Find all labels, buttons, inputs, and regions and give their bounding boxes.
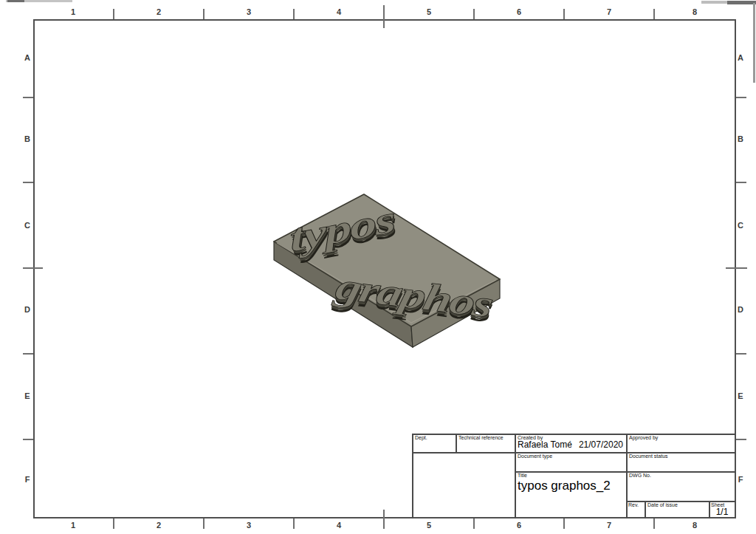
- grid-row-label-right: A: [732, 53, 749, 63]
- top-right-artifact-dark: [727, 1, 756, 4]
- grid-tick-bottom: [473, 518, 475, 529]
- titleblock-vline: [412, 434, 413, 518]
- grid-col-label-bottom: 6: [511, 521, 527, 530]
- grid-tick-top: [563, 9, 565, 19]
- grid-tick-left: [23, 267, 43, 269]
- grid-col-label-top: 6: [511, 7, 527, 17]
- grid-tick-bottom: [113, 518, 114, 529]
- grid-row-label-left: A: [19, 53, 35, 63]
- date-of-issue-label: Date of issue: [647, 502, 678, 508]
- grid-row-label-right: D: [732, 305, 749, 315]
- grid-row-label-left: D: [19, 305, 35, 315]
- grid-col-label-bottom: 4: [331, 521, 347, 530]
- grid-tick-right: [726, 267, 747, 269]
- grid-tick-left: [23, 97, 33, 98]
- document-type-label: Document type: [518, 453, 552, 459]
- grid-tick-top: [203, 9, 205, 19]
- grid-tick-bottom: [203, 518, 205, 529]
- grid-col-label-bottom: 1: [65, 521, 81, 530]
- created-by-date: 21/07/2020: [579, 439, 623, 450]
- grid-col-label-bottom: 5: [421, 521, 437, 530]
- grid-col-label-top: 2: [151, 7, 167, 17]
- created-by-value: Rafaela Tomé 21/07/2020: [518, 439, 623, 450]
- grid-row-label-right: E: [732, 391, 749, 401]
- grid-tick-top: [653, 9, 655, 19]
- grid-tick-bottom: [653, 518, 655, 529]
- grid-col-label-bottom: 7: [601, 521, 617, 530]
- rev-label: Rev.: [628, 502, 639, 508]
- created-by-name: Rafaela Tomé: [518, 439, 572, 450]
- grid-tick-bottom: [293, 518, 295, 529]
- title-value: typos graphos_2: [518, 479, 611, 493]
- title-label: Title: [518, 473, 527, 479]
- grid-col-label-bottom: 2: [151, 521, 167, 530]
- grid-row-label-left: E: [19, 391, 35, 401]
- titleblock-vline: [626, 434, 628, 518]
- dept-label: Dept.: [415, 435, 427, 441]
- grid-row-label-right: B: [732, 134, 749, 144]
- document-status-label: Document status: [629, 453, 668, 459]
- titleblock-hline: [412, 452, 736, 453]
- grid-tick-right: [736, 182, 746, 183]
- grid-col-label-top: 5: [421, 7, 437, 17]
- grid-row-label-left: B: [19, 134, 35, 144]
- isometric-model-view: typos typos typos graphos graphos grapho…: [266, 185, 509, 351]
- titleblock-hline: [515, 471, 736, 473]
- grid-row-label-left: F: [19, 475, 35, 485]
- grid-tick-top: [473, 9, 475, 19]
- grid-tick-right: [736, 353, 746, 355]
- grid-col-label-top: 7: [601, 7, 617, 17]
- grid-tick-left: [23, 353, 33, 355]
- right-edge-artifact-line: [753, 3, 755, 83]
- grid-col-label-top: 1: [65, 7, 81, 17]
- grid-col-label-bottom: 8: [687, 521, 703, 530]
- grid-row-label-right: C: [732, 221, 749, 230]
- grid-col-label-top: 3: [241, 7, 257, 17]
- drawing-sheet-page: { "grid": { "cols": ["1","2","3","4","5"…: [0, 0, 756, 534]
- grid-tick-bottom: [563, 518, 565, 529]
- grid-tick-top: [383, 5, 385, 28]
- grid-tick-left: [23, 439, 33, 440]
- grid-col-label-top: 8: [687, 7, 703, 17]
- grid-tick-top: [293, 9, 295, 19]
- top-right-artifact-light: [701, 1, 728, 4]
- sheet-value: 1/1: [709, 507, 735, 517]
- dwg-no-label: DWG No.: [629, 473, 651, 479]
- grid-row-label-left: C: [19, 221, 35, 230]
- grid-row-label-right: F: [732, 475, 749, 485]
- titleblock-vline: [515, 434, 516, 518]
- grid-col-label-top: 4: [331, 7, 347, 17]
- grid-col-label-bottom: 3: [241, 521, 257, 530]
- grid-tick-left: [23, 182, 33, 183]
- titleblock-vline: [645, 501, 646, 518]
- technical-reference-label: Technical reference: [458, 435, 504, 441]
- approved-by-label: Approved by: [629, 435, 658, 441]
- grid-tick-bottom: [383, 510, 385, 529]
- top-edge-artifact-dark: [7, 0, 24, 2]
- titleblock-vline: [456, 434, 457, 452]
- grid-tick-right: [736, 439, 746, 440]
- grid-tick-top: [113, 9, 114, 19]
- grid-tick-right: [736, 97, 746, 98]
